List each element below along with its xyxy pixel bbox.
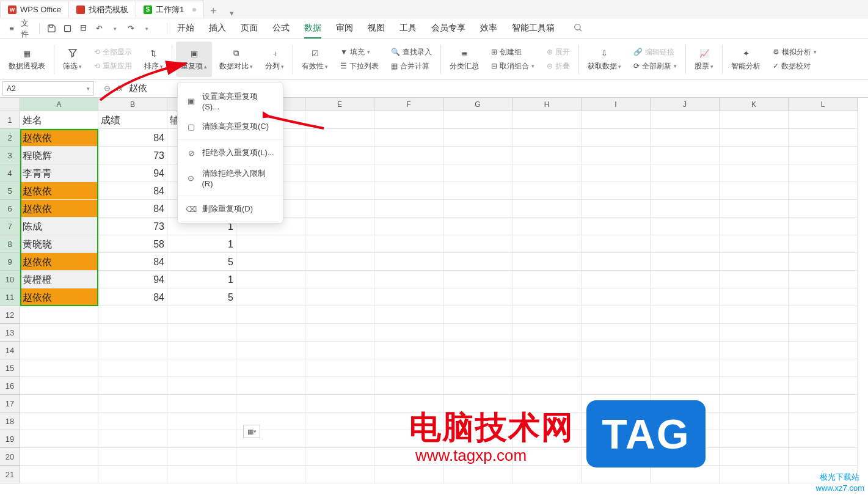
cell[interactable] [651,253,720,271]
cell[interactable] [98,377,167,395]
row-header[interactable]: 5 [0,182,20,200]
cell[interactable] [443,164,512,182]
cell[interactable] [720,430,789,448]
cell[interactable] [720,324,789,342]
cell[interactable] [305,182,374,200]
cell[interactable] [651,324,720,342]
cell[interactable] [720,306,789,324]
cell[interactable] [789,377,858,395]
cell[interactable] [582,306,651,324]
validate2-button[interactable]: ✓ 数据校对 [773,61,811,72]
cell[interactable] [582,111,651,129]
cell[interactable] [374,218,443,235]
cell[interactable] [720,466,789,483]
cell[interactable] [305,200,374,218]
cell[interactable] [236,342,305,359]
cell[interactable] [443,324,512,342]
cell[interactable] [720,164,789,182]
column-header[interactable]: L [789,98,858,111]
cell[interactable] [305,288,374,306]
column-header[interactable]: F [374,98,443,111]
cell[interactable]: 73 [98,218,167,235]
cell[interactable] [582,342,651,359]
cell[interactable] [582,218,651,235]
cell[interactable] [720,377,789,395]
cell[interactable] [305,342,374,359]
print-preview-button[interactable] [60,22,74,35]
cell[interactable] [582,147,651,164]
cell[interactable] [374,147,443,164]
row-header[interactable]: 14 [0,342,20,359]
cell[interactable]: 黄橙橙 [20,271,98,288]
row-header[interactable]: 12 [0,306,20,324]
cell[interactable] [20,342,98,359]
cell[interactable]: 5 [167,253,236,271]
cancel-formula-button[interactable]: ⊖ [104,84,111,93]
cell[interactable]: 94 [98,164,167,182]
cell[interactable] [582,182,651,200]
cell[interactable] [512,342,582,359]
cell[interactable] [305,218,374,235]
cell[interactable] [98,413,167,430]
duplicate-button[interactable]: ▣重复项▴ [176,42,212,77]
cell[interactable] [305,129,374,147]
cell[interactable] [167,324,236,342]
consolidate-button[interactable]: ▦ 合并计算 [391,61,429,72]
dd-reject-dup[interactable]: ⊘拒绝录入重复项(L)... [178,142,283,163]
column-header[interactable]: A [20,98,98,111]
refresh-button[interactable]: ⟳ 全部刷新 ▾ [633,61,677,72]
cell[interactable] [443,200,512,218]
cell[interactable] [20,377,98,395]
cell[interactable] [720,271,789,288]
cell[interactable] [651,182,720,200]
cell[interactable] [512,324,582,342]
print-button[interactable] [76,22,90,35]
tab-template[interactable]: 找稻壳模板 [69,1,136,18]
cell[interactable] [305,235,374,253]
row-header[interactable]: 21 [0,466,20,483]
tab-add-button[interactable]: + [204,5,222,18]
cell[interactable]: 1 [167,271,236,288]
cell[interactable] [374,377,443,395]
cell[interactable] [20,306,98,324]
cell[interactable] [512,147,582,164]
cell[interactable] [789,182,858,200]
cell[interactable] [512,200,582,218]
cell[interactable] [98,359,167,377]
row-header[interactable]: 10 [0,271,20,288]
cell[interactable] [305,413,374,430]
menu-tab-data[interactable]: 数据 [304,19,321,38]
smart-button[interactable]: ✦智能分析 [726,42,765,77]
cell[interactable] [305,164,374,182]
cell[interactable] [443,359,512,377]
cell[interactable] [789,324,858,342]
cell[interactable] [789,413,858,430]
cell[interactable] [374,466,443,483]
search-button[interactable] [573,23,583,34]
cell[interactable] [98,430,167,448]
cell[interactable] [236,324,305,342]
cell[interactable] [167,413,236,430]
cell[interactable] [236,359,305,377]
cell[interactable]: 成绩 [98,111,167,129]
column-header[interactable]: K [720,98,789,111]
menu-tab-tools[interactable]: 工具 [399,19,417,38]
cell[interactable]: 姓名 [20,111,98,129]
cell[interactable] [374,200,443,218]
cell[interactable] [582,377,651,395]
cell[interactable] [374,271,443,288]
cell[interactable] [789,288,858,306]
cell[interactable] [651,342,720,359]
cell[interactable] [443,377,512,395]
save-button[interactable] [45,22,58,35]
row-header[interactable]: 15 [0,359,20,377]
simulate-button[interactable]: ⚙ 模拟分析 ▾ [773,47,817,57]
cell[interactable] [20,324,98,342]
cell[interactable] [720,200,789,218]
column-header[interactable]: H [512,98,582,111]
menu-tab-member[interactable]: 会员专享 [431,19,465,38]
cell[interactable] [512,182,582,200]
column-header[interactable]: J [651,98,720,111]
cell[interactable] [305,395,374,413]
reapply-button[interactable]: ⟲ 重新应用 [94,61,132,72]
